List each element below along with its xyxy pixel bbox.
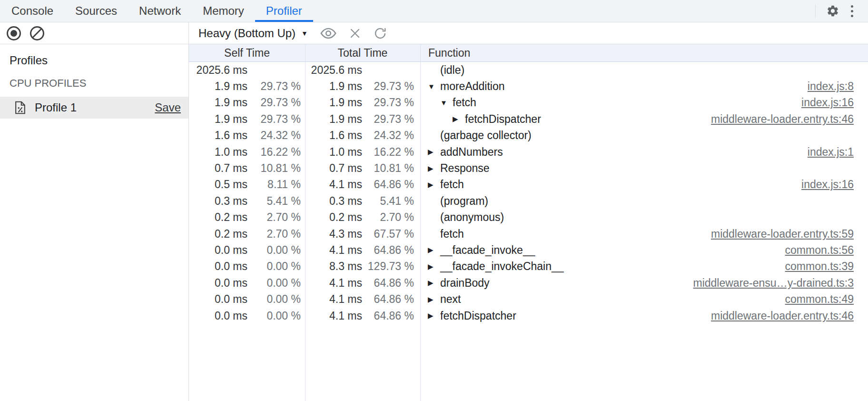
- table-row[interactable]: 0.7 ms 10.81 % 0.7 ms 10.81 % ▶ Response: [189, 160, 868, 176]
- total-time-ms: 4.1 ms: [305, 293, 362, 306]
- source-link[interactable]: middleware-loader.entry.ts:59: [711, 228, 868, 241]
- source-link[interactable]: index.js:16: [801, 178, 868, 191]
- self-time-percent: 8.11 %: [247, 178, 301, 191]
- table-row[interactable]: 0.5 ms 8.11 % 4.1 ms 64.86 % ▶ fetch ind…: [189, 177, 868, 193]
- column-header-total-time[interactable]: Total Time: [305, 44, 420, 61]
- total-time-percent: 5.41 %: [362, 195, 414, 208]
- profiler-toolbar: Heavy (Bottom Up) ▼: [0, 22, 868, 44]
- tree-toggle-icon[interactable]: ▶: [428, 311, 440, 320]
- self-time-cell: 0.3 ms 5.41 %: [189, 193, 305, 209]
- source-link[interactable]: middleware-ensu…y-drained.ts:3: [693, 277, 868, 290]
- source-link[interactable]: middleware-loader.entry.ts:46: [711, 113, 868, 126]
- table-row[interactable]: 0.0 ms 0.00 % 4.1 ms 64.86 % ▶ next comm…: [189, 291, 868, 307]
- tree-toggle-icon[interactable]: ▼: [428, 82, 440, 90]
- self-time-cell: 1.6 ms 24.32 %: [189, 128, 305, 144]
- column-header-function[interactable]: Function: [420, 44, 868, 61]
- save-profile-link[interactable]: Save: [155, 101, 181, 114]
- tree-toggle-icon[interactable]: ▼: [440, 99, 453, 107]
- self-time-percent: 0.00 %: [247, 293, 301, 306]
- table-row[interactable]: 1.6 ms 24.32 % 1.6 ms 24.32 % (garbage c…: [189, 128, 868, 144]
- total-time-cell: 1.6 ms 24.32 %: [305, 128, 420, 144]
- column-header-self-time[interactable]: Self Time: [189, 44, 305, 61]
- self-time-cell: 0.7 ms 10.81 %: [189, 160, 305, 176]
- tree-toggle-icon[interactable]: ▶: [428, 148, 440, 156]
- table-row[interactable]: 0.0 ms 0.00 % 4.1 ms 64.86 % ▶ drainBody…: [189, 275, 868, 291]
- total-time-percent: 67.57 %: [362, 228, 414, 241]
- total-time-percent: 64.86 %: [362, 244, 414, 257]
- tab-network[interactable]: Network: [128, 0, 192, 22]
- total-time-cell: 1.9 ms 29.73 %: [305, 78, 420, 94]
- restore-functions-button[interactable]: [374, 27, 387, 40]
- function-cell: ▶ fetch index.js:16: [420, 177, 868, 193]
- table-row[interactable]: 0.0 ms 0.00 % 4.1 ms 64.86 % ▶ fetchDisp…: [189, 308, 868, 324]
- table-row[interactable]: 0.0 ms 0.00 % 4.1 ms 64.86 % ▶ __facade_…: [189, 242, 868, 258]
- exclude-function-button[interactable]: [349, 27, 361, 40]
- tab-console[interactable]: Console: [0, 0, 64, 22]
- profile-list-item[interactable]: Profile 1 Save: [0, 97, 188, 119]
- record-profile-button[interactable]: [7, 26, 21, 40]
- self-time-ms: 0.0 ms: [190, 293, 247, 306]
- total-time-cell: 2025.6 ms: [305, 62, 420, 78]
- column-divider: [305, 44, 306, 401]
- table-row[interactable]: 1.9 ms 29.73 % 1.9 ms 29.73 % ▼ moreAddi…: [189, 78, 868, 94]
- source-link[interactable]: common.ts:49: [785, 293, 868, 306]
- more-options-button[interactable]: [842, 1, 861, 20]
- total-time-percent: 64.86 %: [362, 277, 414, 290]
- clear-profiles-button[interactable]: [30, 26, 44, 40]
- focus-function-button[interactable]: [320, 27, 336, 40]
- tree-toggle-icon[interactable]: ▶: [428, 279, 440, 287]
- source-link[interactable]: middleware-loader.entry.ts:46: [711, 310, 868, 322]
- table-row[interactable]: 1.0 ms 16.22 % 1.0 ms 16.22 % ▶ addNumbe…: [189, 144, 868, 160]
- table-row[interactable]: 0.2 ms 2.70 % 4.3 ms 67.57 % fetch middl…: [189, 226, 868, 242]
- function-name: fetch: [440, 228, 464, 241]
- self-time-percent: 0.00 %: [247, 310, 301, 322]
- self-time-ms: 1.0 ms: [190, 146, 247, 159]
- total-time-cell: 4.1 ms 64.86 %: [305, 177, 420, 193]
- total-time-percent: 129.73 %: [362, 260, 414, 273]
- profile-name: Profile 1: [35, 101, 77, 114]
- function-name: fetchDispatcher: [465, 113, 541, 126]
- grid-rows: 2025.6 ms 2025.6 ms (idle) 1.9 ms 29.73 …: [189, 62, 868, 324]
- tree-toggle-icon[interactable]: ▶: [428, 262, 440, 271]
- tab-profiler[interactable]: Profiler: [255, 0, 313, 22]
- self-time-percent: 29.73 %: [247, 80, 301, 93]
- source-link[interactable]: common.ts:39: [785, 260, 868, 273]
- table-row[interactable]: 0.3 ms 5.41 % 0.3 ms 5.41 % (program): [189, 193, 868, 209]
- self-time-cell: 0.0 ms 0.00 %: [189, 259, 305, 275]
- table-row[interactable]: 2025.6 ms 2025.6 ms (idle): [189, 62, 868, 78]
- total-time-ms: 4.1 ms: [305, 244, 362, 257]
- total-time-percent: 2.70 %: [362, 211, 414, 224]
- self-time-ms: 0.0 ms: [190, 277, 247, 290]
- total-time-cell: 4.1 ms 64.86 %: [305, 291, 420, 307]
- self-time-ms: 0.5 ms: [190, 178, 247, 191]
- tree-toggle-icon[interactable]: ▶: [453, 115, 465, 123]
- total-time-cell: 0.7 ms 10.81 %: [305, 160, 420, 176]
- function-cell: ▶ addNumbers index.js:1: [420, 144, 868, 160]
- source-link[interactable]: index.js:1: [808, 146, 868, 159]
- devtools-tabbar: Console Sources Network Memory Profiler: [0, 0, 868, 22]
- table-row[interactable]: 0.0 ms 0.00 % 8.3 ms 129.73 % ▶ __facade…: [189, 259, 868, 275]
- tree-toggle-icon[interactable]: ▶: [428, 180, 440, 189]
- bottom-up-grid: Self Time Total Time Function 2025.6 ms …: [189, 44, 868, 401]
- source-link[interactable]: index.js:16: [801, 96, 868, 109]
- view-mode-dropdown[interactable]: Heavy (Bottom Up) ▼: [198, 27, 308, 40]
- total-time-cell: 8.3 ms 129.73 %: [305, 259, 420, 275]
- table-row[interactable]: 1.9 ms 29.73 % 1.9 ms 29.73 % ▶ fetchDis…: [189, 111, 868, 127]
- function-cell: (anonymous): [420, 210, 868, 226]
- self-time-cell: 0.0 ms 0.00 %: [189, 275, 305, 291]
- function-name: next: [440, 293, 461, 306]
- tree-toggle-icon[interactable]: ▶: [428, 246, 440, 254]
- function-name: fetchDispatcher: [440, 310, 516, 322]
- tree-toggle-icon[interactable]: ▶: [428, 164, 440, 173]
- self-time-ms: 0.0 ms: [190, 310, 247, 322]
- table-row[interactable]: 0.2 ms 2.70 % 0.2 ms 2.70 % (anonymous): [189, 210, 868, 226]
- function-name: fetch: [440, 178, 464, 191]
- settings-button[interactable]: [823, 1, 842, 20]
- table-row[interactable]: 1.9 ms 29.73 % 1.9 ms 29.73 % ▼ fetch in…: [189, 95, 868, 111]
- source-link[interactable]: common.ts:56: [785, 244, 868, 257]
- tab-sources[interactable]: Sources: [64, 0, 128, 22]
- tree-toggle-icon[interactable]: ▶: [428, 295, 440, 304]
- source-link[interactable]: index.js:8: [808, 80, 868, 93]
- total-time-percent: 64.86 %: [362, 310, 414, 322]
- tab-memory[interactable]: Memory: [192, 0, 255, 22]
